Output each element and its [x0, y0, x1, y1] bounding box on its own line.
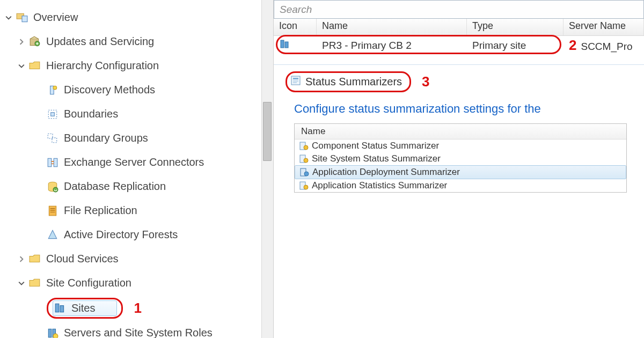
svg-rect-14: [49, 206, 56, 216]
tree-label: File Replication: [64, 204, 137, 217]
status-summarizers-icon: [290, 75, 301, 89]
svg-rect-15: [55, 304, 59, 312]
tree-label: Servers and Site System Roles: [64, 327, 213, 338]
grid-header: Icon Name Type Server Name: [274, 19, 644, 36]
svg-rect-11: [54, 158, 57, 166]
boundary-icon: [47, 108, 58, 120]
collapse-icon[interactable]: [4, 13, 13, 22]
annotation-ring-3: Status Summarizers: [286, 71, 411, 92]
tree-label: Database Replication: [64, 180, 166, 193]
summarizer-icon: [299, 167, 309, 177]
svg-rect-24: [293, 80, 298, 82]
summarizer-icon: [299, 181, 309, 190]
annotation-ring-1: Sites: [47, 298, 123, 319]
sites-icon: [54, 302, 66, 314]
tree-sites[interactable]: Sites 1: [0, 295, 273, 321]
tree-scrollbar[interactable]: [261, 0, 273, 338]
overview-icon: [16, 12, 28, 24]
folder-icon: [29, 60, 41, 72]
tree-label: Boundaries: [64, 108, 118, 120]
grid-row-site[interactable]: PR3 - Primary CB 2 Primary site 2SCCM_Pr…: [274, 36, 644, 55]
svg-rect-21: [285, 42, 288, 48]
tree-file-replication[interactable]: File Replication: [0, 199, 273, 223]
grid-header-type[interactable]: Type: [467, 19, 564, 35]
svg-point-31: [304, 172, 309, 176]
package-icon: [29, 36, 41, 48]
site-icon: [279, 39, 290, 52]
tree-boundaries[interactable]: Boundaries: [0, 102, 273, 126]
svg-rect-25: [293, 82, 297, 83]
grid-header-name[interactable]: Name: [317, 19, 467, 35]
svg-rect-7: [51, 112, 55, 116]
sublist-header-name[interactable]: Name: [295, 124, 626, 139]
summarizer-label: Application Statistics Summarizer: [312, 180, 447, 191]
summarizer-label: Site System Status Summarizer: [312, 153, 441, 164]
tree-scrollbar-thumb[interactable]: [263, 102, 272, 161]
tree-label: Overview: [33, 11, 78, 24]
tree-updates-servicing[interactable]: Updates and Servicing: [0, 30, 273, 54]
tree-label: Updates and Servicing: [46, 35, 154, 48]
grid-header-server[interactable]: Server Name: [564, 19, 644, 35]
navigation-tree: Overview Updates and Servicing Hierarchy…: [0, 0, 274, 338]
svg-point-33: [304, 185, 308, 189]
tree-label: Exchange Server Connectors: [64, 156, 204, 168]
details-description: Configure status summarization settings …: [294, 102, 644, 116]
svg-rect-1: [22, 16, 27, 21]
tree-ad-forests[interactable]: Active Directory Forests: [0, 223, 273, 247]
tree-label: Discovery Methods: [64, 84, 155, 96]
tree-label: Boundary Groups: [64, 132, 148, 144]
servers-icon: [47, 327, 58, 339]
svg-rect-16: [60, 306, 64, 312]
annotation-number-3: 3: [422, 74, 429, 90]
annotation-number-2: 2: [569, 37, 576, 53]
tree-label: Site Configuration: [46, 277, 131, 289]
tree-boundary-groups[interactable]: Boundary Groups: [0, 126, 273, 150]
tree-db-replication[interactable]: Database Replication: [0, 174, 273, 199]
collapse-icon[interactable]: [17, 279, 26, 288]
svg-point-5: [53, 86, 57, 90]
svg-point-19: [53, 334, 58, 338]
file-repl-icon: [47, 205, 58, 217]
search-placeholder: Search: [280, 4, 312, 16]
content-pane: Search Icon Name Type Server Name PR3 - …: [274, 0, 644, 338]
database-icon: [47, 181, 58, 193]
search-input[interactable]: Search: [274, 0, 644, 19]
tree-exchange-connectors[interactable]: Exchange Server Connectors: [0, 150, 273, 174]
svg-rect-23: [293, 78, 298, 79]
summarizer-icon: [299, 154, 309, 164]
tree-label: Cloud Services: [46, 253, 119, 265]
tree-label: Active Directory Forests: [64, 229, 178, 241]
details-title[interactable]: Status Summarizers: [305, 76, 402, 88]
summarizer-item[interactable]: Application Statistics Summarizer: [295, 179, 626, 192]
svg-rect-17: [48, 329, 52, 337]
grid-header-icon[interactable]: Icon: [274, 19, 317, 35]
summarizer-label: Application Deployment Summarizer: [312, 167, 460, 178]
svg-point-27: [304, 145, 308, 150]
annotation-number-1: 1: [134, 300, 141, 317]
svg-point-29: [304, 158, 308, 163]
discovery-icon: [47, 84, 58, 96]
tree-label: Hierarchy Configuration: [46, 60, 159, 72]
tree-servers-roles[interactable]: Servers and Site System Roles: [0, 321, 273, 338]
tree-site-configuration[interactable]: Site Configuration: [0, 271, 273, 295]
grid-cell-type: Primary site: [467, 40, 564, 52]
tree-hierarchy-config[interactable]: Hierarchy Configuration: [0, 54, 273, 78]
ad-forests-icon: [47, 229, 58, 241]
tree-overview[interactable]: Overview: [0, 5, 273, 30]
folder-icon: [29, 277, 41, 289]
tree-cloud-services[interactable]: Cloud Services: [0, 247, 273, 271]
summarizer-item[interactable]: Site System Status Summarizer: [295, 152, 626, 165]
details-pane: Status Summarizers 3 Configure status su…: [274, 64, 644, 193]
svg-rect-10: [48, 158, 52, 166]
expand-icon[interactable]: [17, 38, 26, 46]
svg-rect-20: [281, 40, 284, 48]
expand-icon[interactable]: [17, 255, 26, 263]
grid-cell-name: PR3 - Primary CB 2: [317, 40, 467, 52]
summarizer-item[interactable]: Application Deployment Summarizer: [295, 165, 626, 179]
folder-icon: [29, 253, 41, 265]
tree-discovery-methods[interactable]: Discovery Methods: [0, 78, 273, 102]
svg-rect-9: [52, 137, 57, 142]
collapse-icon[interactable]: [17, 62, 26, 70]
grid-cell-server: 2SCCM_Pro: [564, 37, 644, 54]
summarizer-item[interactable]: Component Status Summarizer: [295, 139, 626, 152]
